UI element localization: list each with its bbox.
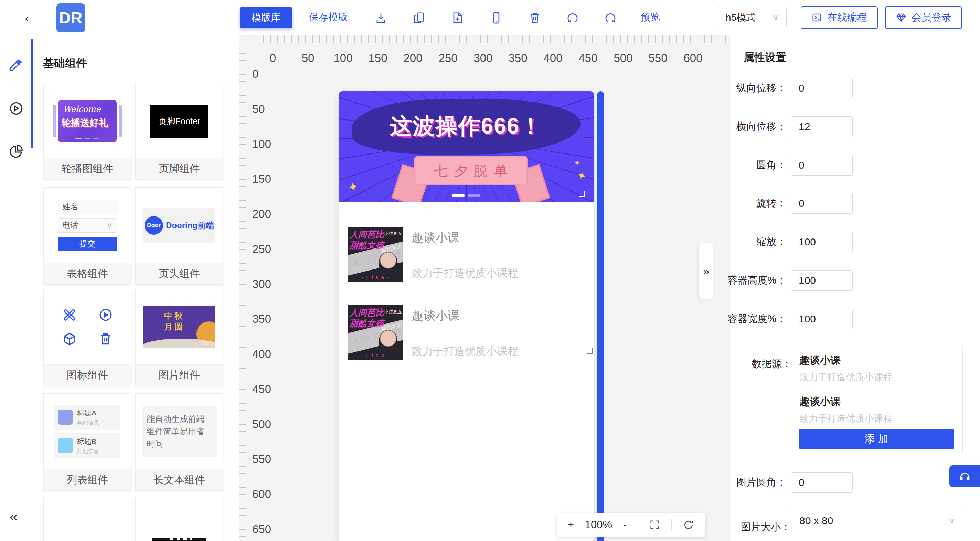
image-size-select[interactable]: 80 x 80 ∨: [791, 510, 964, 531]
ruler-tick: 600: [683, 52, 702, 65]
back-icon[interactable]: ←: [22, 8, 38, 24]
preview-link[interactable]: 预览: [641, 13, 660, 22]
horizontal-offset-input[interactable]: 12: [791, 116, 853, 137]
resize-handle[interactable]: [579, 191, 585, 197]
vertical-ruler: [239, 43, 246, 541]
mobile-icon[interactable]: [490, 11, 503, 24]
play-circle-icon[interactable]: [8, 100, 24, 116]
ruler-tick: 550: [648, 52, 667, 65]
scale-input[interactable]: 100: [791, 232, 853, 252]
container-width-input[interactable]: 100: [791, 309, 853, 329]
ruler-tick: 450: [578, 52, 597, 65]
new-page-icon[interactable]: [451, 11, 464, 24]
header-thumb: Door Dooring前端: [143, 208, 215, 243]
ruler-tick: 500: [252, 418, 271, 431]
field-label: 缩放：: [756, 235, 786, 249]
support-fab[interactable]: [950, 465, 980, 487]
datasource-item-title[interactable]: 趣谈小课: [799, 395, 953, 409]
card-label: 长文本组件: [135, 469, 223, 490]
panel-title: 属性设置: [744, 50, 786, 65]
component-card-notification[interactable]: 注意通知: [44, 497, 131, 541]
rotate-input[interactable]: 0: [791, 193, 853, 214]
vertical-offset-input[interactable]: 0: [791, 78, 853, 99]
chevron-down-icon: ∨: [949, 516, 955, 525]
datasource-item-subtitle[interactable]: 致力于打造优质小课程: [799, 371, 953, 383]
component-card-footer[interactable]: 页脚Footer 页脚组件: [135, 84, 223, 179]
zoom-in-button[interactable]: +: [568, 519, 574, 531]
component-card-header[interactable]: Door Dooring前端 页头组件: [135, 188, 223, 284]
save-template-link[interactable]: 保存模版: [309, 13, 348, 22]
pen-icon[interactable]: [8, 57, 24, 73]
qr-code-thumb: [153, 538, 206, 541]
phone-scrollbar[interactable]: [597, 91, 604, 541]
component-card-icons[interactable]: 图标组件: [44, 290, 131, 386]
duplicate-icon[interactable]: [412, 11, 426, 24]
trash-icon[interactable]: [528, 11, 541, 24]
door-logo: Door: [145, 216, 163, 235]
zoom-out-button[interactable]: -: [623, 519, 627, 531]
gem-icon: [896, 12, 907, 23]
component-card-image[interactable]: 中秋月圆 图片组件: [135, 290, 223, 386]
ruler-tick: 0: [252, 67, 258, 81]
component-card-longtext[interactable]: 能自动生成前端组件简单易用省时间 长文本组件: [135, 394, 223, 490]
star-icon: ✦: [574, 159, 580, 168]
card-label: 轮播图组件: [44, 158, 131, 179]
canvas[interactable]: 0 50 100 150 200 250 300 350 400 450 500…: [239, 35, 730, 541]
ruler-tick: 350: [252, 312, 271, 326]
field-row: 容器高度%： 100: [730, 270, 980, 291]
ruler-tick: 100: [333, 52, 352, 65]
member-login-button[interactable]: 会员登录: [885, 6, 962, 29]
ruler-tick: 150: [252, 172, 271, 186]
datasource-item-title[interactable]: 趣谈小课: [799, 353, 953, 368]
play-circle-icon: [98, 307, 113, 323]
ruler-tick: 50: [302, 52, 315, 65]
border-radius-input[interactable]: 0: [791, 155, 853, 175]
undo-icon[interactable]: [566, 11, 579, 24]
longtext-thumb: 能自动生成前端组件简单易用省时间: [142, 406, 217, 457]
chevron-down-icon: ∨: [773, 13, 779, 22]
mode-select-value: h5模式: [726, 11, 756, 24]
component-card-form[interactable]: 姓名 电话∨ 提交 表格组件: [44, 188, 131, 284]
active-tab-indicator: [30, 39, 33, 148]
datasource-item-subtitle[interactable]: 致力于打造优质小课程: [799, 412, 953, 425]
collapse-panel-icon[interactable]: «: [10, 508, 18, 525]
add-button[interactable]: 添 加: [799, 429, 954, 449]
panel-expander[interactable]: »: [699, 243, 713, 299]
refresh-icon[interactable]: [683, 519, 694, 531]
horizontal-ruler: [260, 35, 730, 43]
pie-chart-icon[interactable]: [8, 143, 24, 159]
ruler-tick: 50: [252, 103, 265, 116]
field-row: 旋转： 0: [730, 193, 980, 214]
mode-select[interactable]: h5模式 ∨: [718, 7, 787, 28]
carousel-dots[interactable]: [339, 194, 594, 197]
ruler-tick: 100: [252, 138, 271, 151]
card-label: 图片组件: [135, 364, 223, 386]
h5-editor: ← DR 模版库 保存模版 预览 h5模式 ∨: [0, 0, 980, 541]
component-card-list[interactable]: 标题A其他信息 标题B其他信息 列表组件: [44, 394, 131, 490]
card-label: 表格组件: [44, 263, 131, 284]
carousel-banner[interactable]: 这波操作666！ 七夕脱单 ✦ ✦ ✦: [339, 91, 594, 202]
online-coding-button[interactable]: 在线编程: [801, 6, 878, 29]
phone-preview[interactable]: 这波操作666！ 七夕脱单 ✦ ✦ ✦ LEAD PAPER 人间芭比 甜酷女孩…: [339, 91, 594, 541]
list-thumb: 标题A其他信息 标题B其他信息: [54, 405, 121, 458]
banner-ribbon: 七夕脱单: [414, 156, 528, 186]
download-icon[interactable]: [374, 11, 387, 24]
submit-button-thumb: 提交: [58, 237, 117, 251]
ruler-tick: 200: [403, 52, 422, 65]
field-label: 横向位移：: [737, 120, 786, 134]
card-label: 页脚组件: [135, 158, 223, 179]
component-card-carousel[interactable]: Welcome 轮播送好礼 轮播图组件: [44, 84, 131, 179]
image-radius-input[interactable]: 0: [791, 472, 853, 493]
ruler-tick: 600: [252, 488, 271, 501]
component-card-qrcode[interactable]: [135, 497, 223, 541]
fullscreen-icon[interactable]: [649, 519, 661, 531]
redo-icon[interactable]: [604, 11, 617, 24]
container-height-input[interactable]: 100: [791, 270, 853, 291]
cube-icon: [62, 331, 77, 347]
ruler-tick: 550: [252, 453, 271, 466]
resize-handle[interactable]: [587, 348, 593, 355]
form-thumb: 姓名 电话∨ 提交: [58, 200, 117, 251]
terminal-icon: [811, 12, 822, 23]
template-library-button[interactable]: 模版库: [240, 7, 292, 28]
image-thumb: 中秋月圆: [143, 306, 215, 348]
